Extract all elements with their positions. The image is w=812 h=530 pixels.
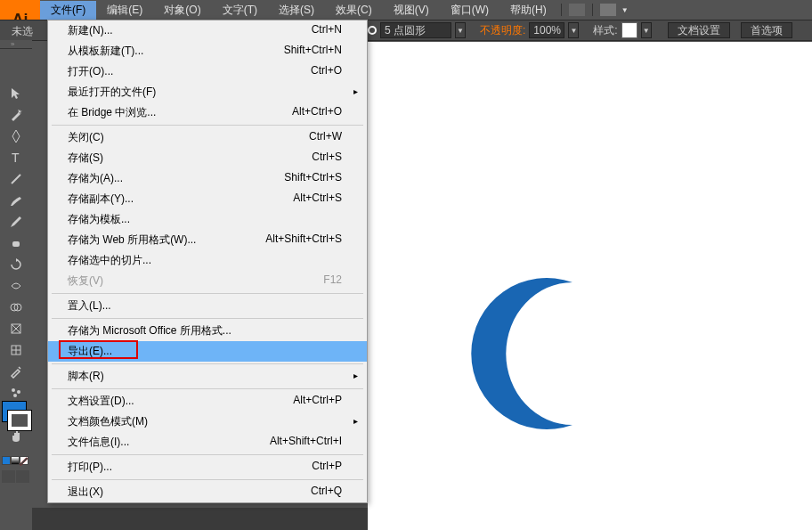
selection-status: 未选 — [12, 24, 33, 39]
eyedropper-tool[interactable] — [0, 361, 32, 382]
opacity-drop[interactable]: ▼ — [568, 22, 579, 38]
file-dropdown: 新建(N)...Ctrl+N从模板新建(T)...Shift+Ctrl+N打开(… — [47, 20, 368, 503]
menubar: 文件(F) 编辑(E) 对象(O) 文字(T) 选择(S) 效果(C) 视图(V… — [0, 0, 812, 20]
shape-builder-tool[interactable] — [0, 297, 32, 318]
menu-file[interactable]: 文件(F) — [40, 1, 96, 20]
svg-line-1 — [12, 175, 20, 183]
menu-item[interactable]: 文档颜色模式(M) — [48, 412, 367, 432]
menu-item[interactable]: 打印(P)...Ctrl+P — [48, 457, 367, 477]
crescent-artwork — [457, 273, 617, 434]
svg-point-13 — [13, 394, 17, 397]
stroke-radio-icon[interactable] — [368, 26, 377, 35]
line-tool[interactable] — [0, 168, 32, 190]
mesh-tool[interactable] — [0, 339, 32, 361]
style-drop[interactable]: ▼ — [641, 22, 652, 38]
rotate-tool[interactable] — [0, 254, 32, 275]
preferences-button[interactable]: 首选项 — [741, 22, 792, 38]
menu-item[interactable]: 导出(E)... — [48, 341, 367, 362]
type-tool[interactable]: T — [0, 147, 32, 168]
chevron-down-icon[interactable]: ▼ — [621, 6, 629, 14]
menu-view[interactable]: 视图(V) — [383, 1, 440, 20]
opacity-field[interactable]: 100% — [529, 22, 564, 38]
magic-wand-tool[interactable] — [0, 104, 32, 126]
menu-item[interactable]: 最近打开的文件(F) — [48, 82, 367, 102]
menu-item[interactable]: 打开(O)...Ctrl+O — [48, 61, 367, 82]
pencil-tool[interactable] — [0, 211, 32, 232]
menu-select[interactable]: 选择(S) — [268, 1, 325, 20]
menu-item[interactable]: 新建(N)...Ctrl+N — [48, 20, 367, 41]
layout-icon-1[interactable] — [569, 4, 585, 16]
menu-help[interactable]: 帮助(H) — [499, 1, 557, 20]
canvas[interactable] — [368, 42, 812, 530]
menu-item[interactable]: 存储选中的切片... — [48, 250, 367, 271]
menu-item[interactable]: 存储为模板... — [48, 209, 367, 230]
layout-icon-2[interactable] — [600, 4, 616, 16]
paintbrush-tool[interactable] — [0, 190, 32, 211]
menu-item[interactable]: 存储为 Microsoft Office 所用格式... — [48, 321, 367, 341]
menu-edit[interactable]: 编辑(E) — [96, 1, 153, 20]
menu-item[interactable]: 退出(X)Ctrl+Q — [48, 482, 367, 502]
menu-item[interactable]: 脚本(R) — [48, 366, 367, 387]
svg-rect-2 — [12, 241, 20, 247]
stroke-field[interactable]: 5 点圆形 — [380, 22, 451, 38]
menu-item[interactable]: 置入(L)... — [48, 296, 367, 316]
svg-text:T: T — [12, 151, 20, 165]
stroke-drop[interactable]: ▼ — [455, 22, 466, 38]
menu-item[interactable]: 文档设置(D)...Alt+Ctrl+P — [48, 391, 367, 412]
menu-window[interactable]: 窗口(W) — [440, 1, 499, 20]
style-label: 样式: — [593, 23, 617, 38]
tools-panel: T — [0, 49, 32, 446]
width-tool[interactable] — [0, 275, 32, 297]
eraser-tool[interactable] — [0, 232, 32, 254]
menu-item[interactable]: 文件信息(I)...Alt+Shift+Ctrl+I — [48, 432, 367, 453]
menu-object[interactable]: 对象(O) — [153, 1, 211, 20]
color-swatches — [2, 401, 30, 444]
selection-tool[interactable] — [0, 83, 32, 104]
menu-text[interactable]: 文字(T) — [212, 1, 268, 20]
style-swatch[interactable] — [621, 22, 637, 38]
perspective-tool[interactable] — [0, 318, 32, 339]
menu-effect[interactable]: 效果(C) — [325, 1, 383, 20]
svg-point-11 — [12, 388, 15, 392]
opacity-label: 不透明度: — [480, 23, 525, 38]
menu-item[interactable]: 存储(S)Ctrl+S — [48, 148, 367, 168]
svg-point-12 — [17, 390, 20, 394]
menu-item[interactable]: 关闭(C)Ctrl+W — [48, 127, 367, 148]
menu-item[interactable]: 在 Bridge 中浏览...Alt+Ctrl+O — [48, 102, 367, 123]
menu-item: 恢复(V)F12 — [48, 271, 367, 291]
menu-item[interactable]: 存储为 Web 所用格式(W)...Alt+Shift+Ctrl+S — [48, 230, 367, 250]
mini-swatches[interactable] — [2, 456, 28, 465]
tabs-chevron-icon[interactable]: » — [11, 40, 14, 48]
menu-item[interactable]: 存储为(A)...Shift+Ctrl+S — [48, 168, 367, 189]
menu-item[interactable]: 从模板新建(T)...Shift+Ctrl+N — [48, 41, 367, 61]
doc-setup-button[interactable]: 文档设置 — [668, 22, 730, 38]
stroke-swatch[interactable] — [7, 410, 32, 431]
menu-item[interactable]: 存储副本(Y)...Alt+Ctrl+S — [48, 189, 367, 209]
pen-tool[interactable] — [0, 126, 32, 147]
screen-mode-icons[interactable] — [2, 470, 29, 483]
